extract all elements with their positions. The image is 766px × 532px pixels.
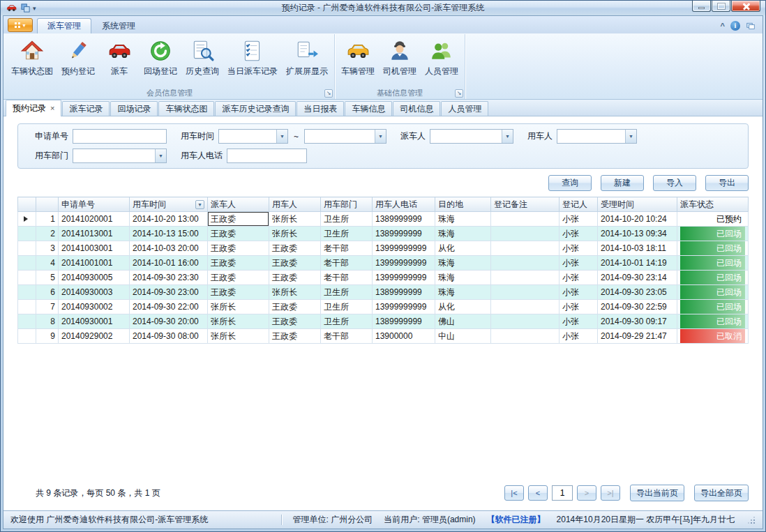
- page-number-input[interactable]: [552, 485, 573, 501]
- first-page-button[interactable]: |<: [504, 485, 524, 501]
- document-tab-车辆信息[interactable]: 车辆信息: [345, 101, 392, 116]
- cell-registrar: 小张: [560, 314, 598, 329]
- query-button[interactable]: 查询: [548, 175, 592, 191]
- record-summary: 共 9 条记录，每页 50 条，共 1 页: [17, 487, 160, 499]
- use-time-to-select[interactable]: ▼: [304, 129, 386, 144]
- column-header-派车状态[interactable]: 派车状态: [677, 197, 749, 212]
- document-tab-派车记录[interactable]: 派车记录: [62, 101, 110, 116]
- table-row[interactable]: 8201409300012014-09-30 20:00张所长王政委卫生所138…: [18, 314, 749, 329]
- column-header-用车人电话[interactable]: 用车人电话: [373, 197, 435, 212]
- table-row[interactable]: 5201409300052014-09-30 23:30王政委王政委老干部139…: [18, 271, 749, 285]
- request-no-input[interactable]: [73, 129, 167, 144]
- table-row[interactable]: 2201410130012014-10-13 15:00王政委张所长卫生所138…: [18, 227, 749, 241]
- chevron-down-icon[interactable]: ▼: [375, 130, 386, 143]
- column-header-登记人[interactable]: 登记人: [560, 197, 598, 212]
- chevron-down-icon[interactable]: ▼: [155, 149, 166, 162]
- cell-dispatcher: 王政委: [208, 271, 269, 285]
- export-all-pages-button[interactable]: 导出全部页: [694, 485, 749, 501]
- collapse-ribbon-icon[interactable]: ^: [721, 22, 725, 30]
- cell-time: 2014-09-30 22:00: [130, 300, 208, 314]
- ribbon-button-回场登记[interactable]: 回场登记: [140, 36, 181, 79]
- minimize-button[interactable]: [692, 1, 711, 12]
- column-header-登记备注[interactable]: 登记备注: [491, 197, 560, 212]
- layers-icon[interactable]: [20, 3, 31, 13]
- close-button[interactable]: [731, 1, 760, 12]
- info-icon[interactable]: i: [730, 21, 740, 31]
- cell-dest: 佛山: [435, 314, 491, 329]
- ribbon-tab-派车管理[interactable]: 派车管理: [37, 18, 91, 33]
- next-page-button[interactable]: >: [577, 485, 596, 501]
- import-button[interactable]: 导入: [653, 175, 696, 191]
- column-header-受理时间[interactable]: 受理时间: [598, 197, 677, 212]
- license-link[interactable]: 【软件已注册】: [487, 514, 546, 526]
- dialog-launcher-icon[interactable]: ↘: [324, 89, 333, 98]
- document-tab-label: 人员管理: [448, 103, 481, 115]
- table-row[interactable]: 7201409300022014-09-30 22:00张所长王政委卫生所139…: [18, 300, 749, 314]
- cell-note: [491, 314, 560, 329]
- column-filter-icon[interactable]: ▼: [195, 200, 204, 209]
- cell-phone: 13999999999: [373, 241, 435, 256]
- new-button[interactable]: 新建: [601, 175, 644, 191]
- records-table[interactable]: 申请单号用车时间▼派车人用车人用车部门用车人电话目的地登记备注登记人受理时间派车…: [17, 197, 749, 344]
- quick-access-dropdown-icon[interactable]: ▾: [33, 5, 36, 12]
- window-switch-icon[interactable]: [746, 22, 756, 30]
- department-select[interactable]: ▼: [73, 149, 167, 163]
- document-tab-派车历史记录查询[interactable]: 派车历史记录查询: [215, 101, 296, 116]
- ribbon-button-历史查询[interactable]: 历史查询: [181, 36, 223, 79]
- column-header-用车部门[interactable]: 用车部门: [321, 197, 373, 212]
- table-row[interactable]: 6201409300032014-09-30 23:00王政委张所长卫生所138…: [18, 285, 749, 300]
- chevron-down-icon[interactable]: ▼: [276, 130, 287, 143]
- column-header-用车人[interactable]: 用车人: [269, 197, 321, 212]
- document-tab-回场记录[interactable]: 回场记录: [110, 101, 158, 116]
- document-tab-预约记录[interactable]: 预约记录×: [6, 100, 61, 116]
- status-badge: 已回场: [680, 227, 745, 241]
- maximize-button[interactable]: [712, 1, 730, 12]
- time-range-separator: ~: [294, 132, 299, 142]
- document-tab-当日报表[interactable]: 当日报表: [296, 101, 344, 116]
- ribbon-button-预约登记[interactable]: 预约登记: [57, 36, 99, 79]
- prev-page-button[interactable]: <: [528, 485, 548, 501]
- table-row[interactable]: 9201409290022014-09-30 08:00张所长王政委老干部139…: [18, 329, 749, 344]
- column-header-派车人[interactable]: 派车人: [208, 197, 269, 212]
- column-header-申请单号[interactable]: 申请单号: [59, 197, 130, 212]
- document-tab-司机信息[interactable]: 司机信息: [393, 101, 440, 116]
- ribbon-tab-系统管理[interactable]: 系统管理: [91, 18, 146, 33]
- ribbon-button-司机管理[interactable]: 司机管理: [379, 36, 421, 79]
- column-header-用车时间[interactable]: 用车时间▼: [130, 197, 208, 212]
- close-tab-icon[interactable]: ×: [50, 105, 54, 112]
- resize-grip-icon[interactable]: [746, 515, 756, 525]
- ribbon-button-车辆状态图[interactable]: 车辆状态图: [7, 36, 57, 79]
- export-current-page-button[interactable]: 导出当前页: [630, 485, 684, 501]
- phone-input[interactable]: [227, 149, 307, 163]
- export-button[interactable]: 导出: [705, 175, 749, 191]
- separator: [281, 515, 282, 525]
- application-menu-button[interactable]: ▾: [8, 18, 33, 32]
- ribbon-button-label: 人员管理: [425, 66, 458, 77]
- ribbon-button-label: 司机管理: [383, 66, 416, 77]
- ribbon-button-扩展屏显示[interactable]: 扩展屏显示: [282, 36, 332, 79]
- column-header-目的地[interactable]: 目的地: [435, 197, 491, 212]
- cell-dept: 卫生所: [321, 212, 373, 227]
- car-user-select[interactable]: ▼: [557, 129, 637, 144]
- table-row[interactable]: 3201410030012014-10-03 20:00王政委王政委老干部139…: [18, 241, 749, 256]
- chevron-down-icon[interactable]: ▼: [502, 130, 513, 143]
- dispatcher-select[interactable]: ▼: [430, 129, 513, 144]
- ribbon-button-当日派车记录[interactable]: 当日派车记录: [223, 36, 282, 79]
- document-tab-人员管理[interactable]: 人员管理: [441, 101, 488, 116]
- row-indicator: [18, 285, 36, 300]
- chevron-down-icon[interactable]: ▼: [625, 130, 636, 143]
- last-page-button[interactable]: >|: [601, 485, 620, 501]
- cell-accepted: 2014-09-30 09:17: [598, 314, 677, 329]
- use-time-from-select[interactable]: ▼: [218, 129, 288, 144]
- table-row[interactable]: 4201410010012014-10-01 16:00王政委王政委老干部139…: [18, 256, 749, 271]
- cell-phone: 13900000: [373, 329, 435, 344]
- dialog-launcher-icon[interactable]: ↘: [455, 89, 463, 98]
- document-tab-车辆状态图[interactable]: 车辆状态图: [158, 101, 214, 116]
- ribbon-button-车辆管理[interactable]: 车辆管理: [337, 36, 379, 79]
- ribbon-button-派车[interactable]: 派车: [99, 36, 140, 79]
- phone-label: 用车人电话: [181, 150, 223, 162]
- cell-phone: 1389999999: [373, 227, 435, 241]
- table-row[interactable]: 1201410200012014-10-20 13:00王政委张所长卫生所138…: [18, 212, 749, 227]
- ribbon-button-人员管理[interactable]: 人员管理: [421, 36, 463, 79]
- ribbon-button-label: 当日派车记录: [227, 66, 278, 77]
